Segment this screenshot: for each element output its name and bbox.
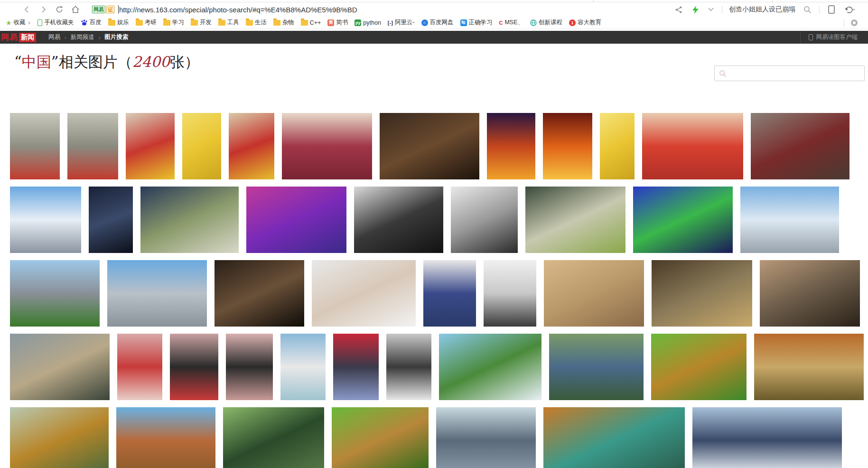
gallery-image-yellow-jacket-selfie[interactable]	[182, 113, 221, 179]
restore-session-icon[interactable]	[843, 3, 857, 16]
mobile-view-icon[interactable]	[826, 3, 837, 16]
gallery-image-autumn-canyon-river[interactable]	[543, 407, 685, 468]
bookmark-mobile-favorites[interactable]: 手机收藏夹	[34, 18, 77, 28]
gallery-image-mountain-rock-pillar[interactable]	[223, 407, 324, 468]
search-icon[interactable]	[802, 3, 812, 16]
gallery-image-misty-peaks[interactable]	[436, 407, 536, 468]
bookmark-favorites[interactable]: ★收藏∨	[2, 18, 34, 28]
gallery-image-conference-hall[interactable]	[282, 113, 372, 179]
forward-button[interactable]	[35, 3, 51, 16]
bookmark-chuangxin-course[interactable]: 创新课程	[527, 18, 566, 28]
bookmark-baidu-pan[interactable]: ○百度网盘	[418, 18, 457, 28]
gallery-image-domed-building-sky-2[interactable]	[740, 187, 839, 253]
bookmark-folder-kaoyan[interactable]: 考研	[132, 18, 160, 28]
gallery-image-stage-mascot-graffiti[interactable]	[525, 187, 625, 253]
folder-kaoyan-icon	[136, 20, 143, 26]
gallery-image-armor-drama-group[interactable]	[751, 113, 849, 179]
gallery-image-fiery-poster-red[interactable]	[543, 113, 592, 179]
extension-ring-icon[interactable]	[851, 19, 858, 26]
grid-row	[10, 260, 868, 327]
gallery-image-golden-monkeys-tree[interactable]	[10, 407, 109, 468]
bookmark-baidu[interactable]: 百度	[77, 18, 105, 28]
gallery-image-model-boombox[interactable]	[170, 334, 218, 400]
gallery-image-model-poolside[interactable]	[280, 334, 326, 400]
gallery-image-building-green-field[interactable]	[10, 260, 100, 327]
baidu-icon	[81, 19, 88, 26]
gallery-image-bw-man-blinds[interactable]	[354, 187, 443, 253]
bookmark-label: 杂物	[282, 19, 294, 27]
gallery-image-forest-offroad[interactable]	[652, 260, 752, 327]
gallery-image-runway-legs-red[interactable]	[117, 334, 162, 400]
gallery-image-athletes-red-yellow[interactable]	[126, 113, 175, 179]
gallery-image-team-red-yellow-group[interactable]	[642, 113, 743, 179]
gallery-image-singer-purple-stage[interactable]	[246, 187, 346, 253]
bookmark-label: 开发	[200, 19, 212, 27]
gallery-image-man-striped-suit[interactable]	[484, 260, 536, 327]
gallery-image-athletes-pair-indoor[interactable]	[229, 113, 274, 179]
site-favicon-badge[interactable]: 网易 证	[91, 5, 115, 14]
gallery-image-autumn-lake-mountains[interactable]	[116, 407, 215, 468]
gallery-image-desert-offroad[interactable]	[544, 260, 644, 327]
bookmark-python[interactable]: pypython	[351, 18, 384, 28]
gallery-image-truck-jump-dust[interactable]	[760, 260, 860, 327]
gallery-image-autumn-reed-field[interactable]	[754, 334, 864, 400]
bookmark-folder-kaifa[interactable]: 开发	[187, 18, 215, 28]
toolbar-divider	[819, 6, 820, 13]
gallery-image-golden-monkey-foliage[interactable]	[651, 334, 747, 400]
bookmark-jianshu[interactable]: 简简书	[324, 18, 351, 28]
gallery-image-model-red-hat[interactable]	[333, 334, 379, 400]
gallery-image-singer-dark-stage[interactable]	[89, 187, 133, 253]
gallery-image-european-building[interactable]	[107, 260, 207, 327]
title-rest: 相关图片	[59, 53, 118, 70]
gallery-image-man-denim-beret[interactable]	[423, 260, 476, 327]
bookmark-folder-yule[interactable]: 娱乐	[105, 18, 132, 28]
breadcrumb-site[interactable]: 网易	[48, 33, 60, 41]
gallery-image-bw-man-brick-wall[interactable]	[451, 187, 518, 253]
bookmark-zhihu-learn[interactable]: 知正确学习	[457, 18, 496, 28]
bookmark-label: 阿里云-	[395, 19, 415, 27]
aliyun-icon: [-]	[388, 20, 393, 26]
gallery-image-green-mountain-ridge[interactable]	[439, 334, 541, 400]
home-button[interactable]	[67, 3, 84, 16]
share-icon[interactable]	[673, 3, 684, 16]
netease-news-logo[interactable]: 网易 新闻	[1, 32, 36, 43]
browser-toolbar: 网易 证 http://news.163.com/special/photo-s…	[0, 2, 868, 17]
gallery-image-man-fist-portrait[interactable]	[312, 260, 416, 327]
gallery-image-runway-model-pink[interactable]	[226, 334, 273, 400]
bookmark-mse[interactable]: CMSE、	[496, 18, 527, 28]
netease-badge: 网易	[92, 6, 105, 13]
gallery-image-costume-warrior-scene[interactable]	[380, 113, 479, 179]
hot-search-text[interactable]: 创造小姐姐人设已崩塌	[729, 5, 795, 14]
gallery-image-sea-of-clouds[interactable]	[692, 407, 842, 468]
reader-app-link[interactable]: 网易读图客户端	[816, 33, 858, 41]
page-search-input[interactable]	[727, 66, 864, 81]
bookmark-folder-xuexi[interactable]: 学习	[160, 18, 187, 28]
refresh-button[interactable]	[51, 3, 67, 16]
bookmark-folder-shenghuo[interactable]: 生活	[243, 18, 270, 28]
gallery-image-offroad-dust[interactable]	[10, 334, 110, 400]
gallery-image-bookstore-counter[interactable]	[215, 260, 304, 327]
back-button[interactable]	[19, 3, 35, 16]
gallery-image-fiery-poster-purple[interactable]	[487, 113, 535, 179]
gallery-image-monkeys-green-forest[interactable]	[332, 407, 429, 468]
gallery-image-model-floral[interactable]	[386, 334, 431, 400]
gallery-image-singer-blue-stage[interactable]	[633, 187, 733, 253]
bookmark-label: 学习	[172, 19, 184, 27]
url-input[interactable]: http://news.163.com/special/photo-search…	[119, 6, 357, 14]
gallery-image-singer-graffiti-stage[interactable]	[140, 187, 239, 253]
bookmark-folder-cpp[interactable]: C++	[298, 18, 325, 28]
page-search-box[interactable]	[714, 66, 865, 81]
bookmark-rongda-edu[interactable]: 1容大教育	[566, 18, 605, 28]
speed-mode-icon[interactable]	[691, 3, 700, 16]
gallery-image-yellow-jacket-woman[interactable]	[600, 113, 635, 179]
bookmark-aliyun[interactable]: [-]阿里云-	[384, 18, 418, 28]
breadcrumb-channel[interactable]: 新闻频道	[71, 33, 94, 41]
gallery-image-domed-building-sky[interactable]	[10, 187, 81, 253]
gallery-image-great-hall-parade[interactable]	[10, 113, 60, 179]
bookmark-folder-gongju[interactable]: 工具	[215, 18, 243, 28]
gallery-image-mausoleum-avenue[interactable]	[549, 334, 644, 400]
chevron-down-icon[interactable]	[707, 3, 715, 16]
breadcrumb-separator: ›	[65, 35, 66, 40]
gallery-image-great-hall-parade-2[interactable]	[67, 113, 118, 179]
bookmark-folder-zawu[interactable]: 杂物	[270, 18, 298, 28]
